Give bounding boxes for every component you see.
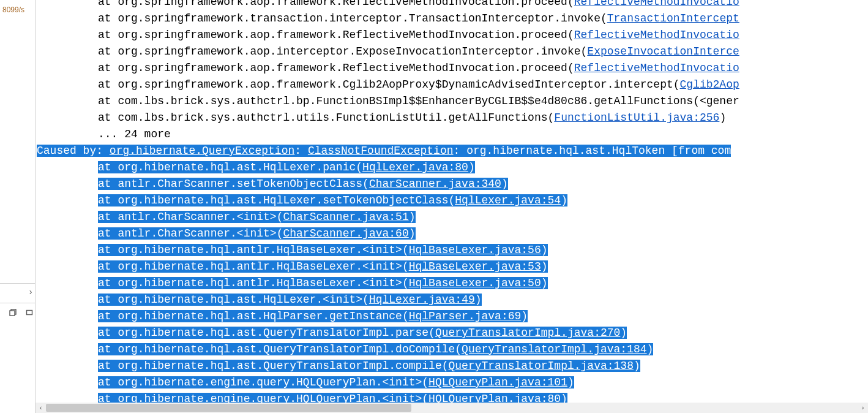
chevron-right-icon: › — [29, 283, 32, 301]
trace-line-suffix: ) — [541, 277, 548, 289]
source-link[interactable]: HqlBaseLexer.java:50 — [409, 277, 541, 289]
trace-line-text: at org.hibernate.hql.antlr.HqlBaseLexer.… — [98, 244, 409, 256]
source-link[interactable]: HqlLexer.java:80 — [362, 161, 468, 173]
stack-trace-line: at org.hibernate.hql.ast.QueryTranslator… — [36, 325, 868, 341]
stack-trace-line: at org.hibernate.hql.antlr.HqlBaseLexer.… — [36, 259, 868, 275]
stack-trace-line: at org.hibernate.hql.ast.HqlParser.getIn… — [36, 308, 868, 325]
stack-trace-line: at org.hibernate.hql.ast.QueryTranslator… — [36, 341, 868, 358]
trace-line-suffix: ) — [475, 294, 482, 306]
trace-line-suffix: ) — [409, 227, 416, 240]
trace-line-text: at org.hibernate.engine.query.HQLQueryPl… — [98, 376, 428, 388]
trace-line-suffix: ) — [561, 194, 567, 206]
source-link[interactable]: Cglib2Aop — [680, 78, 739, 91]
source-link[interactable]: QueryTranslatorImpl.java:184 — [462, 343, 646, 355]
trace-line-suffix: ) — [541, 244, 548, 256]
trace-line-suffix: ) — [719, 112, 726, 124]
trace-line-text: at org.springframework.transaction.inter… — [98, 12, 607, 25]
stack-trace-line: at antlr.CharScanner.<init>(CharScanner.… — [36, 209, 868, 225]
scroll-left-button[interactable]: ‹ — [36, 403, 46, 413]
svg-rect-1 — [10, 311, 15, 316]
trace-line-text: at antlr.CharScanner.setTokenObjectClass… — [98, 178, 369, 190]
trace-line-text: at antlr.CharScanner.<init>( — [98, 227, 283, 240]
stack-trace-line: at org.springframework.aop.interceptor.E… — [36, 44, 868, 60]
console-pane: at org.springframework.aop.framework.Ref… — [36, 0, 868, 413]
trace-line-suffix: ) — [620, 327, 627, 339]
scroll-right-button[interactable]: › — [858, 403, 868, 413]
stack-trace-line: at org.hibernate.hql.ast.HqlLexer.setTok… — [36, 192, 868, 209]
trace-line-text: at org.hibernate.hql.ast.QueryTranslator… — [98, 360, 449, 372]
trace-line-text: at org.hibernate.hql.ast.HqlLexer.<init>… — [98, 294, 369, 306]
trace-line-text: at org.springframework.aop.framework.Ref… — [98, 62, 574, 74]
trace-line-suffix: ) — [468, 161, 475, 173]
source-link[interactable]: CharScanner.java:60 — [283, 227, 408, 240]
source-link[interactable]: QueryTranslatorImpl.java:270 — [435, 327, 620, 339]
source-link[interactable]: HqlBaseLexer.java:56 — [409, 244, 541, 256]
sidebar: 8099/s › — [0, 0, 36, 413]
source-link[interactable]: ReflectiveMethodInvocatio — [574, 62, 739, 74]
trace-line-text: at org.hibernate.hql.ast.QueryTranslator… — [98, 343, 462, 355]
stack-trace-line: at org.hibernate.hql.ast.QueryTranslator… — [36, 358, 868, 374]
trace-line-suffix: ) — [541, 260, 548, 273]
trace-line-text: at org.hibernate.hql.antlr.HqlBaseLexer.… — [98, 260, 409, 273]
trace-line-text: at com.lbs.brick.sys.authctrl.bp.Functio… — [98, 95, 739, 107]
stack-trace-line: at org.springframework.aop.framework.Ref… — [36, 0, 868, 10]
stack-trace-line: at antlr.CharScanner.<init>(CharScanner.… — [36, 225, 868, 242]
trace-line-suffix: ) — [501, 178, 508, 190]
trace-line-text: at org.springframework.aop.framework.Ref… — [98, 29, 574, 41]
source-link[interactable]: ExposeInvocationInterce — [587, 45, 739, 58]
stack-trace-line: at org.hibernate.hql.ast.HqlLexer.<init>… — [36, 292, 868, 308]
stack-trace-line: at org.springframework.aop.framework.Ref… — [36, 27, 868, 44]
trace-line-suffix: ) — [567, 376, 574, 388]
trace-line-suffix: ) — [634, 360, 640, 372]
source-link[interactable]: HqlLexer.java:54 — [455, 194, 561, 206]
source-link[interactable]: HqlBaseLexer.java:53 — [409, 260, 541, 273]
trace-line-text: at antlr.CharScanner.<init>( — [98, 211, 283, 223]
source-link[interactable]: CharScanner.java:51 — [283, 211, 408, 223]
trace-line-text: at org.hibernate.hql.ast.QueryTranslator… — [98, 327, 435, 339]
source-link[interactable]: HqlParser.java:69 — [409, 310, 522, 322]
trace-line-suffix: ) — [409, 211, 416, 223]
source-link[interactable]: HqlLexer.java:49 — [369, 294, 475, 306]
trace-line-text: at org.springframework.aop.interceptor.E… — [98, 45, 587, 58]
stack-trace-more: ... 24 more — [36, 126, 868, 143]
stack-trace-line: at org.springframework.aop.framework.Cgl… — [36, 77, 868, 93]
svg-rect-2 — [27, 311, 32, 315]
trace-line-text: at org.hibernate.hql.ast.HqlLexer.panic( — [98, 161, 362, 173]
source-link[interactable]: CharScanner.java:340 — [369, 178, 501, 190]
stack-trace-line: at org.hibernate.hql.antlr.HqlBaseLexer.… — [36, 242, 868, 259]
trace-line-suffix: ) — [521, 310, 528, 322]
caused-by-line: Caused by: org.hibernate.QueryException:… — [36, 143, 868, 159]
sidebar-top-label: 8099/s — [0, 0, 35, 20]
sidebar-expand-button[interactable]: › — [0, 284, 36, 298]
source-link[interactable]: QueryTranslatorImpl.java:138 — [449, 360, 634, 372]
stack-trace-line: at org.springframework.transaction.inter… — [36, 10, 868, 27]
stack-trace-line: at org.springframework.aop.framework.Ref… — [36, 60, 868, 77]
stack-trace-line: at com.lbs.brick.sys.authctrl.utils.Func… — [36, 110, 868, 126]
source-link[interactable]: HQLQueryPlan.java:101 — [428, 376, 567, 388]
stack-trace-output: at org.springframework.aop.framework.Ref… — [36, 0, 868, 407]
source-link[interactable]: ReflectiveMethodInvocatio — [574, 29, 739, 41]
restore-window-icon[interactable] — [9, 307, 23, 319]
scrollbar-track[interactable] — [46, 403, 858, 413]
stack-trace-line: at org.hibernate.hql.antlr.HqlBaseLexer.… — [36, 275, 868, 292]
trace-line-text: at com.lbs.brick.sys.authctrl.utils.Func… — [98, 112, 554, 124]
stack-trace-line: at org.hibernate.engine.query.HQLQueryPl… — [36, 374, 868, 391]
source-link[interactable]: FunctionListUtil.java:256 — [554, 112, 719, 124]
window-icon[interactable] — [26, 307, 33, 319]
trace-line-text: at org.hibernate.hql.ast.HqlParser.getIn… — [98, 310, 409, 322]
stack-trace-line: at org.hibernate.hql.ast.HqlLexer.panic(… — [36, 159, 868, 176]
trace-line-text: at org.springframework.aop.framework.Cgl… — [98, 78, 680, 91]
source-link[interactable]: TransactionIntercept — [607, 12, 739, 25]
source-link[interactable]: ReflectiveMethodInvocatio — [574, 0, 739, 8]
trace-line-text: at org.hibernate.hql.antlr.HqlBaseLexer.… — [98, 277, 409, 289]
trace-line-text: at org.hibernate.hql.ast.HqlLexer.setTok… — [98, 194, 455, 206]
horizontal-scrollbar[interactable]: ‹ › — [36, 403, 868, 413]
scrollbar-thumb[interactable] — [46, 404, 411, 412]
sidebar-icon-row — [0, 305, 36, 320]
stack-trace-line: at com.lbs.brick.sys.authctrl.bp.Functio… — [36, 93, 868, 110]
sidebar-divider — [0, 303, 36, 303]
trace-line-suffix: ) — [647, 343, 654, 355]
stack-trace-line: at antlr.CharScanner.setTokenObjectClass… — [36, 176, 868, 192]
trace-line-text: at org.springframework.aop.framework.Ref… — [98, 0, 574, 8]
